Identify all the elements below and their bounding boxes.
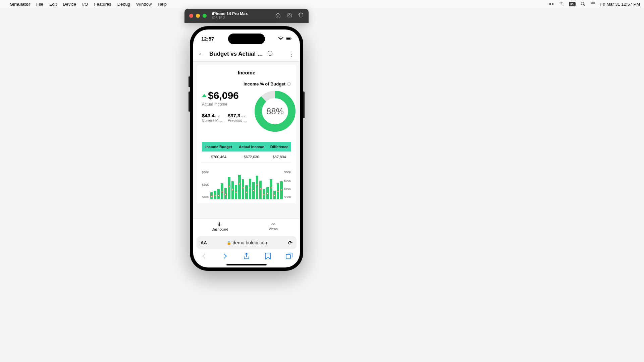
menu-clock[interactable]: Fri Mar 31 12:57 PM [600,2,640,7]
zoom-window-button[interactable] [203,14,207,18]
input-source-badge[interactable]: US [569,2,576,6]
url-address[interactable]: 🔒 demo.boldbi.com [210,240,285,245]
menu-help[interactable]: Help [158,2,167,7]
bar [214,191,216,199]
screenshot-icon[interactable] [286,12,292,19]
traffic-lights [189,14,207,18]
dashboard-content[interactable]: Income Income % of Budget $6,096 Actual … [193,62,300,219]
actual-income-value: $6,096 [202,90,250,101]
safari-toolbar [193,249,300,264]
phone-screen: 12:57 ← Budget vs Actual Da… ⋮ Income In… [193,29,300,267]
line-point [232,189,233,191]
svg-point-14 [273,224,275,225]
menu-file[interactable]: File [36,2,43,7]
line-point [225,193,226,195]
menu-device[interactable]: Device [63,2,76,7]
bar [270,179,272,199]
y-axis-right: $80K$70K$60K$50K [283,171,291,199]
menu-features[interactable]: Features [94,2,111,7]
dashboard-bottom-tabs: Dashboard Views [193,219,300,234]
line-point [211,195,212,197]
trend-up-icon [202,94,207,97]
info-icon[interactable] [267,50,273,58]
binoculars-icon[interactable] [549,1,554,7]
nav-forward-button[interactable] [221,252,229,261]
home-indicator[interactable] [226,264,267,265]
back-button[interactable]: ← [198,50,205,58]
menu-debug[interactable]: Debug [117,2,130,7]
minimize-window-button[interactable] [196,14,200,18]
device-name: iPhone 14 Pro Max [212,11,248,16]
line-point [221,191,223,193]
reload-button[interactable]: ⟳ [288,240,292,246]
bar [256,176,258,199]
menu-io[interactable]: I/O [82,2,88,7]
income-table: Income Budget Actual Income Difference $… [202,142,291,163]
spotlight-icon[interactable] [580,1,586,7]
line-point [260,188,261,190]
simulator-window-titlebar[interactable]: iPhone 14 Pro Max iOS 16.2 [184,9,309,23]
window-title: iPhone 14 Pro Max iOS 16.2 [212,11,248,20]
rotate-icon[interactable] [298,12,304,19]
bar [266,187,269,199]
menu-edit[interactable]: Edit [49,2,57,7]
previous-month-kpi: $37,3… Previous … [225,113,250,122]
status-indicators [278,37,292,41]
text-size-button[interactable]: AA [201,240,207,245]
col-actual-income: Actual Income [235,142,267,152]
bar [280,181,282,199]
status-time: 12:57 [201,36,214,42]
col-difference: Difference [267,142,291,152]
line-point [235,191,237,193]
info-icon[interactable] [287,82,291,86]
svg-point-4 [289,15,290,16]
line-point [256,184,258,186]
svg-rect-3 [287,14,292,17]
bar [221,183,223,199]
current-month-kpi: $43,4… Current M… [202,113,225,122]
svg-rect-7 [286,38,290,39]
line-point [214,195,216,196]
widget-subtitle: Income % of Budget [202,81,291,86]
bar [231,181,234,199]
bar [210,192,213,199]
bar [245,185,248,199]
actual-income-label: Actual Income [202,102,250,107]
bar [277,183,279,199]
table-row: $760,464 $672,630 $87,834 [202,152,291,163]
line-point [239,183,240,185]
bar [263,189,265,199]
safari-url-bar[interactable]: AA 🔒 demo.boldbi.com ⟳ [197,236,297,249]
bar [249,179,251,199]
bar [242,179,244,199]
wifi-icon [278,37,284,41]
income-card: Income Income % of Budget $6,096 Actual … [197,65,296,203]
line-point [218,195,219,196]
control-center-icon[interactable] [590,1,596,7]
bar-chart-icon [217,222,223,227]
menu-window[interactable]: Window [136,2,152,7]
tab-dashboard[interactable]: Dashboard [193,219,247,234]
home-button-icon[interactable] [275,12,281,19]
svg-rect-2 [593,2,595,4]
share-button[interactable] [243,252,251,261]
wifi-off-icon[interactable] [559,1,564,7]
bookmarks-button[interactable] [264,252,272,261]
app-name[interactable]: Simulator [10,2,30,7]
svg-point-1 [591,2,593,4]
iphone-device-frame: 12:57 ← Budget vs Actual Da… ⋮ Income In… [190,26,303,271]
tab-views[interactable]: Views [247,219,300,234]
more-menu-button[interactable]: ⋮ [288,50,295,58]
tabs-button[interactable] [285,252,293,261]
line-point [281,189,282,191]
income-pct-donut: 88% [254,90,297,133]
close-window-button[interactable] [189,14,193,18]
line-point [228,185,230,187]
line-point [263,194,265,195]
bar [235,185,237,199]
bar [273,191,276,199]
line-point [249,187,251,189]
line-point [242,187,244,189]
nav-back-button [200,252,208,261]
bar [238,175,240,199]
